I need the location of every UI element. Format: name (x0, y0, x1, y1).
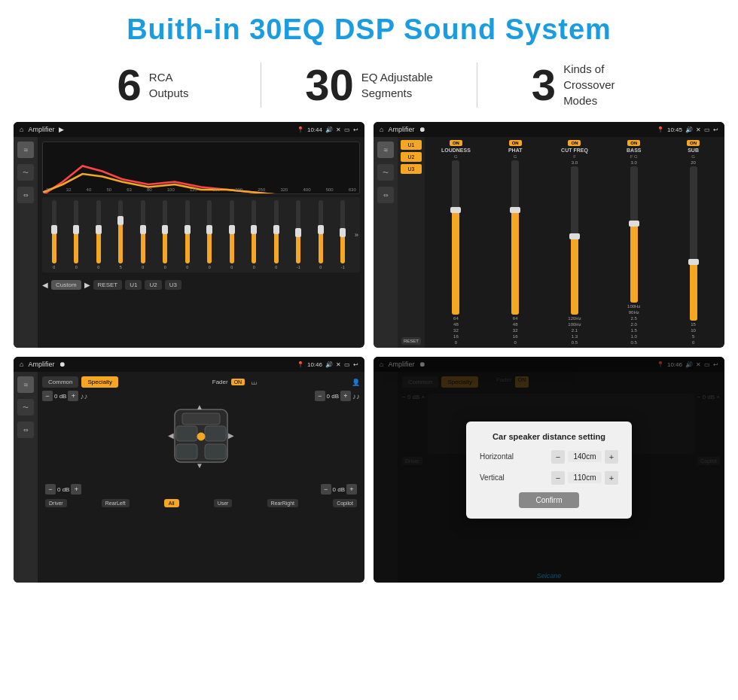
sp-eq-icon[interactable]: ≋ (17, 376, 34, 393)
close-icon-1[interactable]: ✕ (336, 126, 341, 133)
phat-slider[interactable] (511, 160, 519, 315)
sub-slider[interactable] (690, 166, 697, 321)
time-2: 10:45 (667, 126, 682, 133)
eq-sliders: 0 0 0 5 0 (42, 197, 360, 272)
user-btn[interactable]: User (214, 499, 233, 507)
eq-slider-5[interactable]: 0 (155, 200, 176, 269)
wave-icon[interactable]: 〜 (17, 164, 34, 181)
prev-arrow[interactable]: ◀ (42, 281, 48, 289)
screens-grid: ⌂ Amplifier ▶ 📍 10:44 🔊 ✕ ▭ ↩ ≋ 〜 ⇔ (0, 122, 738, 590)
eq-slider-9[interactable]: 0 (244, 200, 265, 269)
home-icon-3[interactable]: ⌂ (20, 361, 23, 368)
vertical-minus[interactable]: − (551, 471, 565, 485)
eq-slider-10[interactable]: 0 (266, 200, 287, 269)
sp-db-val-bl: 0 dB (57, 486, 69, 493)
sp-wave-icon[interactable]: 〜 (17, 399, 34, 415)
sp-minus-tl[interactable]: − (42, 391, 53, 401)
sp-plus-tr[interactable]: + (340, 391, 351, 401)
sp-plus-bl[interactable]: + (71, 484, 81, 495)
volume-icon-1: 🔊 (325, 126, 333, 133)
status-bar-1: ⌂ Amplifier ▶ 📍 10:44 🔊 ✕ ▭ ↩ (14, 122, 364, 137)
page-title: Buith-in 30EQ DSP Sound System (0, 0, 738, 53)
back-icon-1[interactable]: ↩ (353, 126, 358, 133)
app-name-1: Amplifier (28, 126, 54, 133)
ch-u3-btn[interactable]: U3 (401, 164, 422, 174)
loudness-slider[interactable] (452, 160, 459, 315)
sp-bottom-labels: Driver RearLeft All User RearRight Copil… (42, 498, 360, 509)
phat-toggle[interactable]: ON (509, 140, 522, 146)
sp-minus-tr[interactable]: − (315, 391, 325, 401)
back-icon-2[interactable]: ↩ (713, 126, 718, 133)
vertical-value: 110cm (568, 472, 602, 483)
stats-row: 6 RCAOutputs 30 EQ AdjustableSegments 3 … (0, 53, 738, 122)
svg-rect-3 (205, 426, 226, 441)
reset-btn[interactable]: RESET (93, 280, 123, 290)
eq-slider-7[interactable]: 0 (200, 200, 221, 269)
sp-plus-br[interactable]: + (346, 484, 357, 495)
svg-point-6 (197, 433, 205, 440)
u2-btn[interactable]: U2 (145, 280, 161, 290)
eq-slider-3[interactable]: 5 (111, 200, 132, 269)
eq-slider-4[interactable]: 0 (133, 200, 154, 269)
rearleft-btn[interactable]: RearLeft (102, 499, 130, 507)
driver-btn[interactable]: Driver (45, 499, 67, 507)
eq-slider-1[interactable]: 0 (66, 200, 87, 269)
stat-rca: 6 RCAOutputs (45, 63, 261, 107)
sp-minus-br[interactable]: − (321, 484, 331, 495)
ch-u2-btn[interactable]: U2 (401, 152, 422, 162)
cutfreq-toggle[interactable]: ON (568, 140, 581, 146)
eq-slider-0[interactable]: 0 (44, 200, 65, 269)
vertical-plus[interactable]: + (605, 471, 618, 485)
horizontal-minus[interactable]: − (551, 450, 565, 464)
eq-slider-11[interactable]: -1 (288, 200, 310, 269)
home-icon-2[interactable]: ⌂ (380, 126, 383, 133)
u1-btn[interactable]: U1 (125, 280, 142, 290)
arrow-icon-2[interactable]: ⇔ (377, 187, 394, 203)
eq-slider-6[interactable]: 0 (177, 200, 198, 269)
confirm-button[interactable]: Confirm (519, 492, 579, 508)
horizontal-plus[interactable]: + (605, 450, 618, 464)
custom-btn[interactable]: Custom (51, 280, 81, 290)
eq-slider-2[interactable]: 0 (88, 200, 109, 269)
horizontal-row: Horizontal − 140cm + (480, 450, 618, 464)
copilot-btn[interactable]: Copilot (333, 499, 357, 507)
sp-minus-bl[interactable]: − (45, 484, 56, 495)
distance-dialog: Car speaker distance setting Horizontal … (466, 422, 632, 519)
cutfreq-slider[interactable] (571, 166, 578, 315)
wave-icon-2[interactable]: 〜 (377, 164, 394, 181)
eq-icon[interactable]: ≋ (17, 142, 34, 158)
more-icon[interactable]: » (355, 231, 358, 239)
eq-slider-12[interactable]: 0 (310, 200, 331, 269)
all-btn[interactable]: All (164, 499, 179, 507)
ch-u1-btn[interactable]: U1 (401, 140, 422, 150)
specialty-tab[interactable]: Specialty (81, 376, 117, 388)
eq-slider-8[interactable]: 0 (221, 200, 242, 269)
eq-icon-2[interactable]: ≋ (377, 142, 394, 158)
home-icon-1[interactable]: ⌂ (20, 126, 23, 133)
sp-plus-tl[interactable]: + (68, 391, 78, 401)
minimize-icon-3[interactable]: ▭ (344, 361, 350, 368)
sp-arrow-icon[interactable]: ⇔ (17, 422, 34, 438)
next-arrow[interactable]: ▶ (84, 281, 90, 289)
loudness-toggle[interactable]: ON (450, 140, 462, 146)
u3-btn[interactable]: U3 (165, 280, 181, 290)
bass-slider[interactable] (630, 166, 638, 303)
sub-label: SUB (688, 148, 699, 153)
ch-reset-btn[interactable]: RESET (401, 337, 421, 345)
profile-icon[interactable]: 👤 (352, 379, 360, 386)
stat-label-crossover: Kinds ofCrossover Modes (563, 61, 639, 108)
close-icon-3[interactable]: ✕ (336, 361, 341, 368)
arrow-icon[interactable]: ⇔ (17, 187, 34, 203)
back-icon-3[interactable]: ↩ (353, 361, 358, 368)
sub-toggle[interactable]: ON (687, 140, 700, 146)
common-tab[interactable]: Common (42, 376, 78, 388)
bass-toggle[interactable]: ON (627, 140, 640, 146)
sp-db-ctrl-tr: − 0 dB + ♪♪ (315, 391, 360, 401)
minimize-icon-1[interactable]: ▭ (344, 126, 350, 133)
fader-on[interactable]: ON (231, 379, 245, 385)
minimize-icon-2[interactable]: ▭ (704, 126, 710, 133)
close-icon-2[interactable]: ✕ (696, 126, 701, 133)
rearright-btn[interactable]: RearRight (267, 499, 299, 507)
sp-db-val-tl: 0 dB (54, 393, 66, 400)
eq-slider-13[interactable]: -1 (333, 200, 354, 269)
